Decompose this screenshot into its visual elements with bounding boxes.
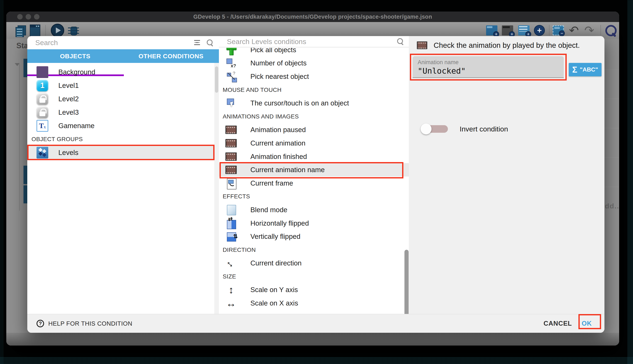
condition-item[interactable]: Pick all objects	[219, 48, 409, 56]
event-row-divider	[604, 98, 619, 99]
direction-arrow-icon	[225, 257, 237, 269]
maximize-window-button[interactable]	[34, 14, 40, 20]
project-manager-icon[interactable]	[15, 24, 26, 36]
tab-other-conditions[interactable]: OTHER CONDITIONS	[123, 49, 219, 63]
condition-description-text: Check the animation by played by the obj…	[434, 41, 580, 50]
help-for-this-condition-link[interactable]: ? HELP FOR THIS CONDITION	[37, 314, 132, 333]
traffic-lights	[17, 14, 40, 20]
locked-level-icon	[37, 93, 48, 105]
toggle-knob	[421, 124, 432, 134]
condition-section-header: MOUSE AND TOUCH	[219, 83, 409, 97]
film-strip-icon	[225, 151, 237, 162]
screenshot-root: GDevelop 5 - /Users/dkarakay/Documents/G…	[0, 0, 633, 364]
condition-item-current-animation-name[interactable]: Current animation name	[219, 163, 409, 176]
text-object-icon: Tx	[37, 120, 48, 132]
expression-editor-button[interactable]: Σ "ABC"	[569, 63, 601, 76]
locked-level-icon	[37, 106, 48, 118]
condition-item[interactable]: Horizontally flipped	[219, 216, 409, 230]
objects-search-bar	[27, 36, 219, 49]
scrollbar-thumb[interactable]	[215, 66, 218, 93]
condition-item[interactable]: Scale on Y axis	[219, 283, 409, 297]
condition-item[interactable]: Current direction	[219, 257, 409, 270]
add-subevent-icon[interactable]: +	[502, 25, 513, 36]
object-row-gamename[interactable]: Tx Gamename	[27, 119, 214, 132]
condition-item[interactable]: Current frame	[219, 176, 409, 190]
scene-editor-icon[interactable]	[30, 24, 40, 36]
add-condition-icon[interactable]: +	[534, 25, 545, 36]
object-group-row-levels[interactable]: Levels	[27, 146, 214, 159]
minimize-window-button[interactable]	[26, 14, 31, 20]
conditions-scrollbar-thumb[interactable]	[404, 250, 409, 314]
search-icon[interactable]	[397, 38, 404, 45]
toolbar-separator	[549, 25, 549, 36]
pick-nearest-object-icon	[225, 71, 237, 82]
objects-scrollbar-track[interactable]	[214, 63, 219, 314]
film-strip-icon	[225, 137, 237, 149]
blend-mode-icon	[225, 204, 237, 216]
tab-objects[interactable]: OBJECTS	[27, 49, 123, 63]
pick-all-objects-icon	[225, 48, 237, 56]
object-row-level3[interactable]: Level3	[27, 106, 214, 119]
condition-item[interactable]: Vertically flipped	[219, 230, 409, 243]
cursor-on-object-icon	[225, 97, 237, 109]
condition-description: Check the animation by played by the obj…	[416, 41, 580, 50]
condition-item[interactable]: Scale on X axis	[219, 296, 409, 310]
invert-condition-toggle[interactable]	[421, 123, 448, 135]
collapse-triangle-icon	[15, 63, 20, 66]
horizontal-flip-icon	[225, 218, 237, 229]
condition-section-header: SIZE	[219, 270, 409, 283]
film-strip-icon	[225, 124, 237, 136]
condition-item[interactable]: Pick nearest object	[219, 70, 409, 83]
vertical-flip-icon	[225, 231, 237, 242]
debug-icon[interactable]	[68, 24, 79, 37]
object-groups-header: OBJECT GROUPS	[27, 132, 214, 146]
invert-condition-row: Invert condition	[409, 123, 508, 135]
help-icon: ?	[37, 320, 44, 327]
condition-item[interactable]: Current animation	[219, 136, 409, 150]
sigma-icon: Σ	[572, 66, 577, 74]
condition-item[interactable]: Animation finished	[219, 150, 409, 163]
event-row-divider	[604, 157, 619, 158]
delete-selection-icon[interactable]: −	[553, 25, 564, 36]
condition-item[interactable]: The cursor/touch is on an object	[219, 96, 409, 110]
minus-badge-icon: −	[559, 30, 565, 36]
window-title: GDevelop 5 - /Users/dkarakay/Documents/G…	[193, 14, 432, 20]
event-tree-guide	[19, 64, 20, 211]
redo-icon[interactable]: ↷	[584, 24, 594, 36]
event-row-divider	[604, 128, 619, 128]
object-row-level2[interactable]: Level2	[27, 92, 214, 106]
field-label: Animation name	[418, 59, 459, 66]
dialog-footer: ? HELP FOR THIS CONDITION CANCEL OK	[27, 314, 604, 333]
cancel-button[interactable]: CANCEL	[544, 314, 572, 333]
play-icon[interactable]	[51, 24, 64, 37]
conditions-search-input[interactable]	[226, 37, 397, 46]
close-window-button[interactable]	[17, 14, 23, 20]
toolbar-separator	[45, 25, 46, 36]
search-icon[interactable]	[206, 39, 214, 46]
condition-section-header: ANIMATIONS AND IMAGES	[219, 110, 409, 123]
objects-search-input[interactable]	[35, 38, 194, 47]
add-event-icon[interactable]: +	[486, 25, 497, 36]
toolbar-separator	[600, 25, 601, 36]
ok-button[interactable]: OK	[582, 314, 592, 333]
condition-parameters-panel: Check the animation by played by the obj…	[409, 36, 604, 314]
animation-name-field[interactable]: Animation name "Unlocked"	[413, 56, 564, 78]
condition-item[interactable]: Animation paused	[219, 123, 409, 137]
search-icon[interactable]	[604, 24, 616, 37]
condition-item[interactable]: Number of objects	[219, 56, 409, 70]
condition-section-header: EFFECTS	[219, 190, 409, 204]
filter-icon[interactable]	[194, 40, 201, 46]
add-comment-icon[interactable]: +	[518, 25, 529, 36]
window-bottom-shade	[6, 333, 619, 346]
current-frame-icon	[225, 178, 237, 189]
field-value: "Unlocked"	[418, 66, 466, 76]
left-panel-tabs: OBJECTS OTHER CONDITIONS	[27, 49, 219, 63]
object-group-icon	[37, 147, 48, 158]
undo-icon[interactable]: ↶	[569, 24, 579, 36]
desktop-noise-band	[627, 0, 633, 364]
scale-x-icon	[225, 297, 237, 309]
desktop-noise-band	[0, 0, 4, 364]
object-row-level1[interactable]: 1 Level1	[27, 79, 214, 92]
object-row-background[interactable]: Background	[27, 66, 214, 79]
condition-item[interactable]: Blend mode	[219, 203, 409, 216]
